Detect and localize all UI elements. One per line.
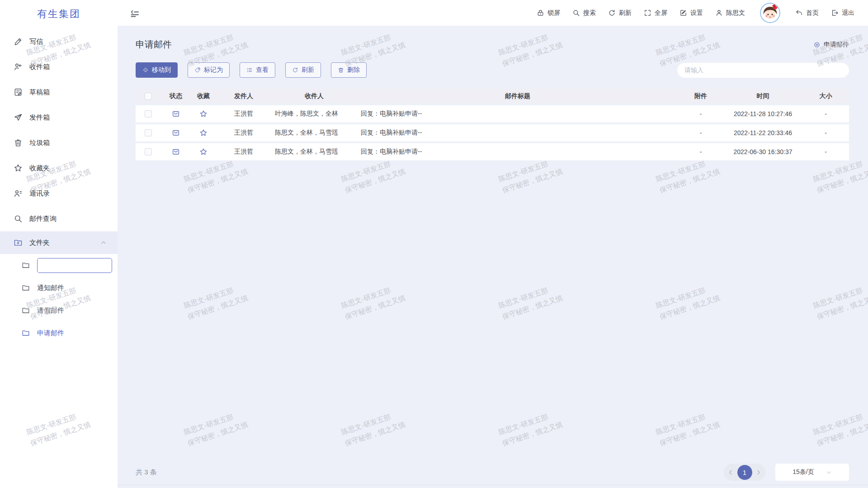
chevron-right-icon[interactable] [755, 469, 761, 475]
breadcrumb[interactable]: 申请邮件 [813, 41, 849, 49]
page-number[interactable]: 1 [737, 465, 752, 480]
star-icon[interactable] [199, 110, 208, 118]
sidebar-item-mail-query[interactable]: 邮件查询 [0, 206, 118, 231]
cell-sender: 王洪哲 [216, 129, 271, 137]
cell-size: - [802, 129, 849, 136]
refresh-list-button[interactable]: 刷新 [285, 62, 321, 78]
sidebar-item-label: 收藏夹 [29, 164, 50, 173]
sidebar-folder-apply[interactable]: 申请邮件 [0, 322, 118, 344]
fullscreen-button[interactable]: 全屏 [644, 9, 667, 17]
mail-status-icon [172, 148, 180, 156]
col-sender[interactable]: 发件人 [216, 92, 271, 100]
logout-button[interactable]: 退出 [831, 9, 854, 17]
cell-recipients: 叶海峰，陈思文，全林 [271, 110, 357, 118]
col-recipients[interactable]: 收件人 [271, 92, 357, 100]
topbar-actions: 锁屏 搜索 刷新 全屏 设置 陈思文 [537, 3, 868, 23]
list-icon [246, 67, 253, 73]
col-size[interactable]: 大小 [802, 92, 849, 100]
cell-subject[interactable]: 回复：电脑补贴申请-- [357, 110, 678, 118]
cell-subject[interactable]: 回复：电脑补贴申请-- [357, 148, 678, 156]
sidebar-item-favorites[interactable]: 收藏夹 [0, 155, 118, 181]
star-icon[interactable] [199, 148, 208, 156]
sidebar-item-folders[interactable]: 文件夹 [0, 231, 118, 254]
chevron-down-icon [826, 469, 832, 475]
cell-sender: 王洪哲 [216, 110, 271, 118]
view-label: 查看 [256, 66, 269, 74]
chevron-left-icon[interactable] [728, 469, 734, 475]
sidebar-item-sent[interactable]: 发件箱 [0, 105, 118, 130]
settings-icon [679, 9, 687, 17]
page-size-select[interactable]: 15条/页 [775, 464, 849, 481]
mail-row[interactable]: 王洪哲 陈思文，全林，马雪瑶 回复：电脑补贴申请-- - 2022-06-30 … [136, 143, 849, 160]
refresh-list-label: 刷新 [302, 66, 314, 74]
lock-icon [537, 9, 544, 17]
mail-status-icon [172, 129, 180, 137]
sidebar-item-label: 通讯录 [29, 189, 50, 198]
avatar[interactable] [760, 3, 780, 23]
sidebar-item-label: 草稿箱 [29, 88, 50, 97]
cell-attachment: - [678, 110, 723, 117]
folders-label: 文件夹 [29, 239, 50, 247]
sidebar-item-contacts[interactable]: 通讯录 [0, 181, 118, 206]
settings-label: 设置 [690, 9, 703, 17]
trash-icon [338, 67, 344, 73]
sidebar-item-trash[interactable]: 垃圾箱 [0, 130, 118, 155]
mail-row[interactable]: 王洪哲 陈思文，全林，马雪瑶 回复：电脑补贴申请-- - 2022-11-22 … [136, 124, 849, 141]
lock-screen-label: 锁屏 [547, 9, 560, 17]
folder-plus-icon [14, 238, 23, 247]
row-checkbox[interactable] [145, 129, 152, 136]
move-to-label: 移动到 [152, 66, 171, 74]
cell-subject[interactable]: 回复：电脑补贴申请-- [357, 129, 678, 137]
mark-as-label: 标记为 [204, 66, 223, 74]
sidebar-item-label: 写信 [29, 38, 43, 46]
cell-time: 2022-11-28 10:27:46 [723, 110, 802, 117]
home-button[interactable]: 首页 [795, 9, 819, 17]
refresh-icon [608, 9, 616, 17]
table-header-row: 状态 收藏 发件人 收件人 邮件标题 附件 时间 大小 [136, 89, 849, 103]
sidebar-folder-notice[interactable]: 通知邮件 [0, 277, 118, 299]
star-icon[interactable] [199, 129, 208, 137]
cell-time: 2022-06-30 16:30:37 [723, 148, 802, 155]
mark-as-button[interactable]: 标记为 [188, 62, 230, 78]
cell-time: 2022-11-22 20:33:46 [723, 129, 802, 136]
col-favorite[interactable]: 收藏 [191, 92, 216, 100]
col-attachment[interactable]: 附件 [678, 92, 723, 100]
mail-row[interactable]: 王洪哲 叶海峰，陈思文，全林 回复：电脑补贴申请-- - 2022-11-28 … [136, 105, 849, 122]
col-subject[interactable]: 邮件标题 [357, 92, 678, 100]
sidebar-folder-leave[interactable]: 请假邮件 [0, 299, 118, 322]
sidebar-item-inbox[interactable]: 收件箱 [0, 54, 118, 80]
move-to-button[interactable]: 移动到 [136, 62, 178, 78]
refresh-icon [292, 67, 298, 73]
user-menu[interactable]: 陈思文 [715, 9, 745, 17]
refresh-button[interactable]: 刷新 [608, 9, 632, 17]
row-checkbox[interactable] [145, 148, 152, 155]
select-all-checkbox[interactable] [145, 93, 152, 100]
row-checkbox[interactable] [145, 110, 152, 117]
document-edit-icon [14, 88, 23, 97]
col-status[interactable]: 状态 [161, 92, 191, 100]
tag-icon [194, 67, 201, 73]
table-search [677, 63, 849, 78]
bottom-divider [118, 485, 868, 485]
table-search-input[interactable] [684, 66, 842, 74]
sidebar-item-drafts[interactable]: 草稿箱 [0, 80, 118, 105]
breadcrumb-label: 申请邮件 [824, 41, 849, 49]
menu-fold-icon[interactable] [129, 8, 140, 19]
chevron-up-icon[interactable] [100, 239, 107, 246]
star-icon [14, 164, 23, 173]
delete-button[interactable]: 删除 [331, 62, 367, 78]
folder-icon [22, 306, 30, 314]
pager-pill: 1 [724, 464, 765, 481]
view-button[interactable]: 查看 [240, 62, 275, 78]
search-button[interactable]: 搜索 [572, 9, 596, 17]
settings-button[interactable]: 设置 [679, 9, 703, 17]
lock-screen-button[interactable]: 锁屏 [537, 9, 560, 17]
sidebar-item-compose[interactable]: 写信 [0, 29, 118, 54]
mail-status-icon [172, 110, 180, 118]
col-time[interactable]: 时间 [723, 92, 802, 100]
brand-logo: 有生集团 [0, 0, 118, 28]
new-folder-input[interactable] [37, 258, 112, 273]
move-icon [142, 67, 149, 73]
sidebar-item-label: 收件箱 [29, 63, 50, 71]
pencil-icon [14, 37, 23, 46]
